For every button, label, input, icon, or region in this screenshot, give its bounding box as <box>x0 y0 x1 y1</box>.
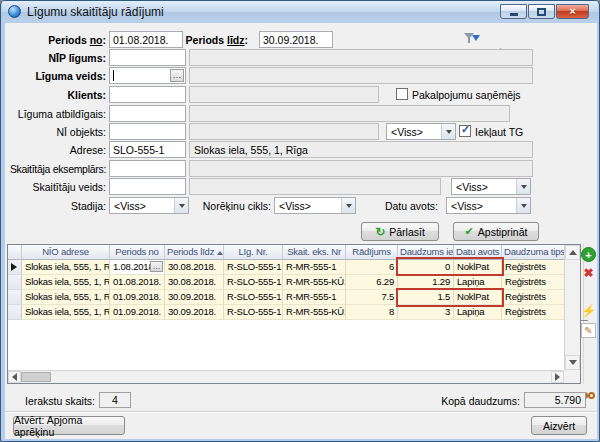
text-caret <box>113 70 114 81</box>
klients-input[interactable] <box>109 86 186 103</box>
table-row[interactable]: Slokas iela, 555, 1, Rīga 01.08.2018. 30… <box>8 275 564 290</box>
cell-radijums[interactable]: 6 <box>346 260 398 275</box>
cell-adrese[interactable]: Slokas iela, 555, 1, Rīga <box>22 290 110 305</box>
col-header-daudzums-iev[interactable]: Daudzums iev. <box>398 245 454 260</box>
col-header-skait-eks-nr[interactable]: Skait. eks. Nr <box>283 245 346 260</box>
app-icon <box>8 5 21 18</box>
stadija-dropdown[interactable]: <Viss> <box>109 197 189 214</box>
horizontal-scroll-thumb[interactable] <box>21 372 51 382</box>
cell-daudzums-iev[interactable]: 1.5 <box>398 290 454 305</box>
col-header-datu-avots[interactable]: Datu avots <box>454 245 502 260</box>
col-header-periods-lidz[interactable]: Periods līdz <box>165 245 224 260</box>
cell-skait-eks-nr[interactable]: R-MR-555-KŪ1 <box>283 275 346 290</box>
browse-ellipsis-button[interactable]: … <box>170 69 184 82</box>
cell-radijums[interactable]: 7.5 <box>346 290 398 305</box>
cell-daudzums-iev[interactable]: 3 <box>398 305 454 320</box>
ni-objekts-dropdown[interactable]: <Viss> <box>386 123 456 140</box>
delete-record-icon[interactable]: ✖ <box>581 266 596 281</box>
cell-periods-lidz[interactable]: 30.08.2018. <box>165 275 224 290</box>
cell-periods-no[interactable]: 01.09.2018. <box>110 290 165 305</box>
liguma-atbildigais-label: Līguma atbildīgais: <box>5 108 106 120</box>
cell-radijums[interactable]: 8 <box>346 305 398 320</box>
cell-daudzuma-tips[interactable]: Reģistrēts <box>502 260 564 275</box>
add-record-icon[interactable]: + <box>581 247 596 262</box>
ierakstu-skaits-value: 4 <box>99 392 131 408</box>
cell-periods-lidz[interactable]: 30.09.2018. <box>165 305 224 320</box>
cell-datu-avots[interactable]: Lapiņa <box>454 305 502 320</box>
cell-daudzuma-tips[interactable]: Reģistrēts <box>502 275 564 290</box>
parlasit-button[interactable]: ↻ Pārlasīt <box>361 222 439 241</box>
skaititaju-veids-dropdown[interactable]: <Viss> <box>451 178 531 195</box>
chevron-down-icon <box>174 198 188 213</box>
col-header-nio-adrese[interactable]: NĪO adrese <box>22 245 110 260</box>
col-header-daudzuma-tips[interactable]: Daudzuma tips <box>502 245 564 260</box>
window-controls: × <box>500 4 589 19</box>
cell-adrese[interactable]: Slokas iela, 555, 1, Rīga <box>22 260 110 275</box>
minimize-button[interactable] <box>500 4 527 19</box>
nip-ligums-input[interactable] <box>109 49 186 66</box>
cell-ellipsis-button[interactable]: … <box>150 261 163 272</box>
cell-daudzuma-tips[interactable]: Reģistrēts <box>502 305 564 320</box>
cell-datu-avots[interactable]: NoklPat <box>454 290 502 305</box>
scroll-down-button[interactable] <box>565 355 580 370</box>
close-button[interactable]: × <box>556 4 589 19</box>
cell-lig-nr[interactable]: R-SLO-555-1 <box>224 290 283 305</box>
ierakstu-skaits-label: Ierakstu skaits: <box>5 395 95 407</box>
cell-periods-lidz[interactable]: 30.08.2018. <box>165 260 224 275</box>
cell-skait-eks-nr[interactable]: R-MR-555-1 <box>283 260 346 275</box>
cell-lig-nr[interactable]: R-SLO-555-1 <box>224 275 283 290</box>
liguma-veids-input[interactable]: … <box>109 67 186 84</box>
cell-skait-eks-nr[interactable]: R-MR-555-1 <box>283 290 346 305</box>
table-row[interactable]: Slokas iela, 555, 1, Rīga 1.08.2018.… 30… <box>8 260 564 275</box>
cell-periods-no[interactable]: 01.08.2018. <box>110 275 165 290</box>
cell-daudzuma-tips[interactable]: Reģistrēts <box>502 290 564 305</box>
chevron-down-icon <box>341 198 355 213</box>
cell-lig-nr[interactable]: R-SLO-555-1 <box>224 305 283 320</box>
cell-radijums[interactable]: 6.29 <box>346 275 398 290</box>
apstiprinat-button[interactable]: ✔ Apstiprināt <box>453 222 539 241</box>
cell-periods-lidz[interactable]: 30.09.2018. <box>165 290 224 305</box>
aizvert-button[interactable]: Aizvērt <box>531 416 587 435</box>
readings-grid: NĪO adrese Periods no Periods līdz Līg. … <box>7 244 581 384</box>
skaititaja-eksemplars-label: Skaitītāja eksemplārs: <box>5 163 106 175</box>
cell-skait-eks-nr[interactable]: R-MR-555-KŪ1 <box>283 305 346 320</box>
scroll-left-button[interactable] <box>8 371 21 383</box>
cell-periods-no[interactable]: 01.09.2018. <box>110 305 165 320</box>
periods-lidz-input[interactable] <box>259 31 333 48</box>
ni-objekts-input[interactable] <box>109 123 186 140</box>
vertical-scrollbar[interactable] <box>564 245 580 370</box>
cell-datu-avots[interactable]: Lapiņa <box>454 275 502 290</box>
col-header-radijums[interactable]: Rādījums <box>346 245 398 260</box>
cell-adrese[interactable]: Slokas iela, 555, 1, Rīga <box>22 305 110 320</box>
maximize-button[interactable] <box>528 4 555 19</box>
filter-apply-icon[interactable] <box>463 31 480 47</box>
pakalpojumu-checkbox[interactable] <box>396 88 408 100</box>
cell-daudzums-iev[interactable]: 0 <box>398 260 454 275</box>
scroll-up-button[interactable] <box>565 245 580 260</box>
liguma-veids-display <box>189 67 533 84</box>
table-row[interactable]: Slokas iela, 555, 1, Rīga 01.09.2018. 30… <box>8 290 564 305</box>
skaititaju-veids-input[interactable] <box>109 178 186 195</box>
cell-adrese[interactable]: Slokas iela, 555, 1, Rīga <box>22 275 110 290</box>
datu-avots-dropdown[interactable]: <Viss> <box>446 197 531 214</box>
liguma-atbildigais-input[interactable] <box>109 105 186 122</box>
cell-lig-nr[interactable]: R-SLO-555-1 <box>224 260 283 275</box>
cell-periods-no-editor[interactable]: 1.08.2018.… <box>110 260 165 275</box>
ieklaut-tg-checkbox[interactable]: ✓ <box>459 125 471 137</box>
norekinu-cikls-dropdown[interactable]: <Viss> <box>274 197 356 214</box>
table-row[interactable]: Slokas iela, 555, 1, Rīga 01.09.2018. 30… <box>8 305 564 320</box>
col-header-periods-no[interactable]: Periods no <box>110 245 165 260</box>
col-header-lig-nr[interactable]: Līg. Nr. <box>224 245 283 260</box>
scroll-right-button[interactable] <box>551 371 564 383</box>
edit-note-icon[interactable]: ✎ <box>581 323 596 338</box>
adrese-input[interactable] <box>109 141 186 158</box>
liguma-atbildigais-display <box>189 105 510 122</box>
atvert-apjoma-aprekinu-button[interactable]: Atvērt: Apjoma aprēķinu <box>13 416 125 435</box>
cell-datu-avots[interactable]: NoklPat <box>454 260 502 275</box>
col-header-indicator <box>8 245 22 260</box>
lightning-action-icon[interactable]: ⚡ <box>581 304 596 319</box>
horizontal-scrollbar[interactable] <box>8 370 564 383</box>
skaititaja-eksemplars-input[interactable] <box>109 160 186 177</box>
scroll-left-icon <box>12 373 17 381</box>
cell-daudzums-iev[interactable]: 1.29 <box>398 275 454 290</box>
